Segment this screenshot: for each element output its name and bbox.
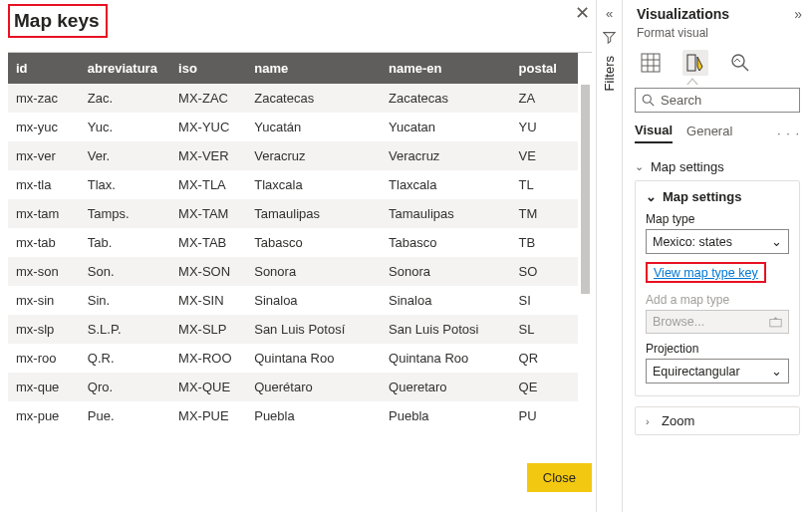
cell-iso: MX-PUE [170, 401, 246, 430]
cell-id: mx-ver [8, 141, 80, 170]
section-label: Map settings [651, 159, 724, 174]
cell-iso: MX-QUE [170, 373, 246, 401]
cell-abbr: Son. [80, 257, 170, 286]
col-id[interactable]: id [8, 53, 80, 84]
svg-rect-0 [642, 54, 660, 72]
cell-name: Veracruz [246, 141, 381, 170]
cell-postal: TM [511, 199, 578, 228]
table-row[interactable]: mx-verVer.MX-VERVeracruzVeracruzVE [8, 141, 578, 170]
chevron-down-icon: ⌄ [646, 189, 657, 204]
table-row[interactable]: mx-puePue.MX-PUEPueblaPueblaPU [8, 401, 578, 430]
cell-abbr: Q.R. [80, 344, 170, 373]
cell-id: mx-sin [8, 286, 80, 315]
col-name-en[interactable]: name-en [381, 53, 510, 84]
cell-abbr: Pue. [80, 401, 170, 430]
card-header[interactable]: ⌄ Map settings [646, 189, 789, 204]
analytics-icon[interactable] [730, 53, 750, 73]
section-zoom[interactable]: › Zoom [635, 406, 800, 435]
chevron-right-icon[interactable]: » [794, 6, 802, 22]
cell-postal: PU [511, 401, 578, 430]
cell-abbr: Tamps. [80, 199, 170, 228]
browse-placeholder: Browse... [653, 315, 704, 329]
cell-postal: SO [511, 257, 578, 286]
cell-name_en: Tabasco [381, 228, 510, 257]
svg-line-7 [742, 65, 748, 71]
svg-rect-10 [770, 320, 781, 327]
col-postal[interactable]: postal [511, 53, 578, 84]
cell-abbr: S.L.P. [80, 315, 170, 344]
projection-select[interactable]: Equirectangular ⌄ [646, 359, 789, 384]
view-key-row: View map type key [646, 262, 789, 283]
cell-name_en: Tamaulipas [381, 199, 510, 228]
table-row[interactable]: mx-zacZac.MX-ZACZacatecasZacatecasZA [8, 84, 578, 113]
map-keys-table-wrap[interactable]: id abreviatura iso name name-en postal m… [8, 52, 592, 457]
close-icon[interactable]: ✕ [573, 4, 592, 22]
section-map-settings[interactable]: ⌄ Map settings [635, 153, 800, 180]
chevron-left-icon[interactable]: « [606, 6, 613, 21]
view-map-type-key-link[interactable]: View map type key [650, 264, 762, 282]
cell-name_en: Zacatecas [381, 84, 510, 113]
cell-name_en: Sinaloa [381, 286, 510, 315]
cell-abbr: Ver. [80, 141, 170, 170]
cell-iso: MX-YUC [170, 113, 246, 141]
search-input[interactable]: Search [635, 88, 800, 113]
search-icon [642, 94, 655, 107]
table-row[interactable]: mx-rooQ.R.MX-ROOQuintana RooQuintana Roo… [8, 344, 578, 373]
cell-abbr: Sin. [80, 286, 170, 315]
close-button[interactable]: Close [527, 463, 592, 492]
cell-postal: ZA [511, 84, 578, 113]
cell-abbr: Tab. [80, 228, 170, 257]
cell-name_en: Sonora [381, 257, 510, 286]
table-row[interactable]: mx-slpS.L.P.MX-SLPSan Luis PotosíSan Lui… [8, 315, 578, 344]
cell-iso: MX-TLA [170, 170, 246, 199]
table-row[interactable]: mx-yucYuc.MX-YUCYucatánYucatanYU [8, 113, 578, 141]
table-row[interactable]: mx-queQro.MX-QUEQuerétaroQueretaroQE [8, 373, 578, 401]
cell-name: Yucatán [246, 113, 381, 141]
cell-iso: MX-ROO [170, 344, 246, 373]
visualizations-pane: Visualizations » Format visual [622, 0, 812, 512]
format-tabbar: Visual General · · · [635, 123, 800, 143]
browse-button[interactable]: Browse... [646, 310, 789, 334]
viz-content: Search Visual General · · · ⌄ Map settin… [623, 88, 812, 512]
cell-name: Querétaro [246, 373, 381, 401]
chevron-right-icon: › [646, 415, 656, 427]
col-iso[interactable]: iso [170, 53, 246, 84]
chevron-down-icon: ⌄ [635, 160, 645, 173]
cell-abbr: Tlax. [80, 170, 170, 199]
viz-title: Visualizations [637, 6, 729, 22]
cell-id: mx-tla [8, 170, 80, 199]
cell-postal: TL [511, 170, 578, 199]
map-type-select[interactable]: Mexico: states ⌄ [646, 229, 789, 254]
table-row[interactable]: mx-tlaTlax.MX-TLATlaxcalaTlaxcalaTL [8, 170, 578, 199]
add-map-type-label: Add a map type [646, 293, 789, 307]
cell-name: Tamaulipas [246, 199, 381, 228]
tab-visual[interactable]: Visual [635, 123, 673, 143]
cell-id: mx-tab [8, 228, 80, 257]
dialog-footer: Close [8, 463, 592, 492]
svg-rect-5 [687, 55, 695, 71]
table-row[interactable]: mx-sinSin.MX-SINSinaloaSinaloaSI [8, 286, 578, 315]
filters-pane-collapsed[interactable]: « Filters [596, 0, 622, 512]
more-options-icon[interactable]: · · · [777, 126, 800, 140]
chevron-down-icon: ⌄ [771, 234, 782, 249]
table-row[interactable]: mx-tabTab.MX-TABTabascoTabascoTB [8, 228, 578, 257]
tab-general[interactable]: General [686, 124, 732, 142]
cell-iso: MX-SIN [170, 286, 246, 315]
cell-postal: SI [511, 286, 578, 315]
table-row[interactable]: mx-tamTamps.MX-TAMTamaulipasTamaulipasTM [8, 199, 578, 228]
build-visual-icon[interactable] [641, 53, 661, 73]
table-row[interactable]: mx-sonSon.MX-SONSonoraSonoraSO [8, 257, 578, 286]
cell-id: mx-zac [8, 84, 80, 113]
chevron-down-icon: ⌄ [771, 364, 782, 379]
cell-name_en: Quintana Roo [381, 344, 510, 373]
cell-postal: VE [511, 141, 578, 170]
cell-id: mx-son [8, 257, 80, 286]
col-abreviatura[interactable]: abreviatura [80, 53, 170, 84]
viz-subtitle: Format visual [623, 24, 812, 44]
cell-iso: MX-TAM [170, 199, 246, 228]
col-name[interactable]: name [246, 53, 381, 84]
cell-postal: QE [511, 373, 578, 401]
cell-id: mx-que [8, 373, 80, 401]
format-visual-icon[interactable] [682, 50, 708, 76]
cell-name: Tabasco [246, 228, 381, 257]
